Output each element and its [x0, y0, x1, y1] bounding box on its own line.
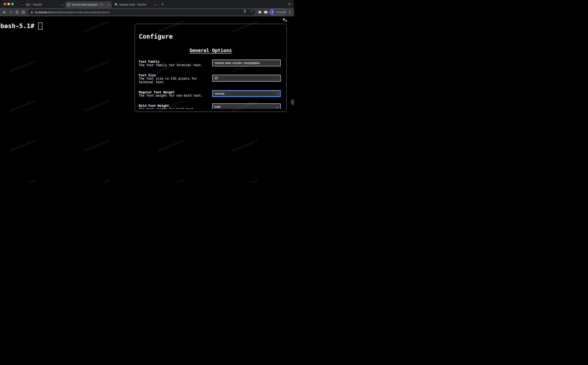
tab-title: template-wetty - TitanIDE: [119, 3, 152, 6]
watermark-text: demo@titanide.cn: [158, 179, 184, 182]
terminal-circle-icon: [67, 3, 70, 6]
lock-icon[interactable]: [31, 11, 33, 14]
new-tab-button[interactable]: +: [160, 2, 165, 7]
font-family-label: Font Family: [139, 60, 160, 63]
url-path: /ide/web/coding/terminal-wetty-bwqryafz/…: [51, 11, 110, 14]
regular-font-weight-select[interactable]: normal: [212, 90, 281, 97]
bookmark-star-icon[interactable]: ☆: [250, 9, 253, 13]
watermark-text: demo@titanide.cn: [84, 179, 110, 182]
chevron-down-icon: [276, 93, 279, 95]
watermark-text: demo@titanide.cn: [232, 139, 258, 152]
panel-collapse-handle[interactable]: ‹: [291, 99, 294, 105]
browser-window: <t> 项目 - TitanIDE × terminal-wetty-bwqry…: [0, 0, 294, 182]
terminal-prompt: bash-5.1#: [0, 22, 34, 30]
svg-text:</>: </>: [115, 4, 117, 5]
profile-status-label: Paused: [276, 11, 285, 14]
font-family-description: The font family for terminal text.: [139, 63, 207, 67]
configure-title: Configure: [139, 33, 173, 40]
configure-panel-content: Configure General Options Font Family Th…: [135, 24, 286, 109]
close-icon[interactable]: ×: [154, 3, 156, 6]
watermark-text: demo@titanide.cn: [84, 59, 110, 73]
close-icon[interactable]: ×: [108, 3, 110, 6]
watermark-text: demo@titanide.cn: [9, 99, 36, 112]
close-icon[interactable]: ×: [62, 3, 63, 6]
window-controls: [4, 3, 14, 5]
terminal-area[interactable]: bash-5.1# Configure General Options Font…: [0, 16, 294, 182]
toolbar: try.titanide.cn/ide/web/coding/terminal-…: [0, 8, 294, 16]
extensions-puzzle-icon[interactable]: [258, 11, 261, 14]
close-window-button[interactable]: [4, 3, 6, 5]
reload-icon[interactable]: [15, 10, 19, 14]
watermark-text: demo@titanide.cn: [84, 20, 110, 33]
share-icon[interactable]: [244, 9, 246, 13]
font-size-input[interactable]: [212, 75, 281, 82]
home-icon[interactable]: [21, 10, 25, 14]
bold-font-weight-select[interactable]: bold: [212, 104, 281, 109]
tab-project[interactable]: <t> 项目 - TitanIDE ×: [19, 1, 65, 8]
general-options-heading: General Options: [135, 48, 286, 53]
watermark-text: demo@titanide.cn: [84, 139, 110, 152]
titanide-logo-icon: <t>: [21, 3, 24, 6]
watermark-text: demo@titanide.cn: [9, 59, 36, 73]
profile-button[interactable]: J Paused: [269, 9, 286, 15]
watermark-text: demo@titanide.cn: [9, 139, 36, 152]
tab-terminal-wetty[interactable]: terminal-wetty-bwqryafz - Tita ×: [65, 1, 112, 8]
tab-title: 项目 - TitanIDE: [26, 3, 59, 7]
minimize-window-button[interactable]: [7, 3, 10, 5]
selected-value: bold: [215, 105, 220, 109]
collapse-chevron-icon: ‹: [292, 100, 293, 104]
watermark-text: demo@titanide.cn: [232, 179, 258, 182]
zoom-window-button[interactable]: [11, 3, 14, 5]
bold-font-weight-description: The font weight for bold text.: [139, 107, 207, 109]
watermark-text: demo@titanide.cn: [158, 139, 184, 152]
tab-title: terminal-wetty-bwqryafz - Tita: [72, 3, 106, 6]
svg-text:>: >: [23, 4, 24, 6]
avatar: J: [270, 10, 275, 14]
selected-value: normal: [215, 92, 224, 95]
layers-icon: </>: [114, 3, 118, 6]
font-size-description: The font size in CSS pixels for terminal…: [139, 77, 207, 84]
forward-icon[interactable]: [9, 10, 13, 14]
terminal-cursor: [38, 22, 42, 30]
configure-panel: Configure General Options Font Family Th…: [134, 24, 287, 112]
watermark-text: demo@titanide.cn: [9, 179, 36, 182]
tab-template-wetty[interactable]: </> template-wetty - TitanIDE ×: [112, 1, 158, 8]
tab-search-chevron-icon[interactable]: [288, 3, 291, 5]
url-host: try.titanide.cn: [35, 11, 51, 14]
browser-menu-icon[interactable]: [289, 11, 290, 14]
address-bar[interactable]: try.titanide.cn/ide/web/coding/terminal-…: [28, 9, 255, 15]
settings-gears-icon[interactable]: [282, 18, 288, 23]
url-text: try.titanide.cn/ide/web/coding/terminal-…: [35, 11, 110, 14]
regular-font-weight-description: The font weight for non-bold text.: [139, 94, 207, 97]
watermark-text: demo@titanide.cn: [84, 99, 110, 112]
font-family-input[interactable]: [212, 60, 281, 66]
back-icon[interactable]: [3, 10, 6, 14]
tab-strip: <t> 项目 - TitanIDE × terminal-wetty-bwqry…: [0, 0, 294, 8]
side-panel-icon[interactable]: [264, 11, 267, 14]
chevron-down-icon: [276, 106, 279, 108]
